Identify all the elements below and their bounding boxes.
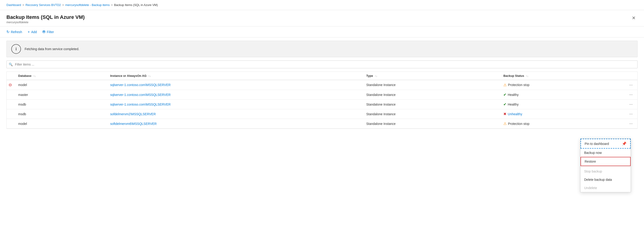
table-row: ⊖modelsqlserver-1.contoso.com\MSSQLSERVE… [7, 80, 637, 90]
status-icon: ✔ [503, 92, 506, 97]
cell-database: msdb [15, 100, 107, 109]
cell-type: Standalone Instance [363, 119, 500, 129]
add-label: Add [31, 30, 37, 34]
table-row: msdbsqlserver-1.contoso.com\MSSQLSERVERS… [7, 100, 637, 109]
filter-icon: ⛃ [42, 30, 45, 34]
instance-link[interactable]: sofdelmervm2\MSSQLSERVER [110, 112, 156, 116]
breadcrumb-sep-2: > [62, 3, 64, 7]
sort-status-icon[interactable]: ↑↓ [526, 74, 528, 77]
cell-actions[interactable]: ··· [625, 109, 637, 119]
menu-item-label: Stop backup [584, 170, 602, 173]
close-button[interactable]: ✕ [630, 14, 638, 22]
status-unhealthy-link[interactable]: Unhealthy [508, 112, 522, 116]
context-menu-divider [580, 167, 631, 167]
table-row: modelsoftdelmervm6\MSSQLSERVERStandalone… [7, 119, 637, 129]
cell-type: Standalone Instance [363, 109, 500, 119]
breadcrumb-current: Backup Items (SQL in Azure VM) [114, 3, 158, 7]
cell-status: ✔Healthy [500, 100, 625, 109]
add-icon: + [28, 30, 30, 34]
cell-database: model [15, 80, 107, 90]
toolbar: ↻ Refresh + Add ⛃ Filter [0, 26, 644, 37]
cell-database: msdb [15, 109, 107, 119]
row-ellipsis-button[interactable]: ··· [628, 82, 634, 88]
context-menu-item-backup-now[interactable]: Backup now [580, 149, 631, 157]
cell-database: master [15, 90, 107, 100]
info-icon: i [11, 44, 21, 54]
add-button[interactable]: + Add [28, 29, 37, 35]
instance-link[interactable]: sqlserver-1.contoso.com\MSSQLSERVER [110, 93, 171, 97]
context-menu-item-undelete: Undelete [580, 184, 631, 192]
search-wrapper: 🔍 [6, 60, 638, 68]
context-menu-item-restore[interactable]: Restore [580, 157, 631, 166]
table-row: msdbsofdelmervm2\MSSQLSERVERStandalone I… [7, 109, 637, 119]
cell-instance[interactable]: sqlserver-1.contoso.com\MSSQLSERVER [107, 80, 363, 90]
breadcrumb-dashboard[interactable]: Dashboard [6, 3, 21, 7]
refresh-label: Refresh [11, 30, 22, 34]
breadcrumb-backup-items[interactable]: mercurysoftdelete - Backup items [65, 3, 110, 7]
instance-link[interactable]: sqlserver-1.contoso.com\MSSQLSERVER [110, 83, 171, 87]
context-menu-item-delete-backup-data[interactable]: Delete backup data [580, 176, 631, 184]
status-icon: ⚠ [503, 83, 506, 87]
instance-link[interactable]: softdelmervm6\MSSQLSERVER [110, 122, 157, 126]
table-container: Database ↑↓ Instance or AlwaysOn AG ↑↓ T… [6, 71, 638, 129]
row-ellipsis-button[interactable]: ··· [628, 121, 634, 126]
search-icon: 🔍 [9, 63, 13, 66]
cell-instance[interactable]: sofdelmervm2\MSSQLSERVER [107, 109, 363, 119]
sort-instance-icon[interactable]: ↑↓ [148, 74, 151, 77]
row-ellipsis-button[interactable]: ··· [628, 92, 634, 97]
breadcrumb-sep-1: > [22, 3, 24, 7]
status-cell: ✖Unhealthy [503, 112, 622, 116]
menu-item-label: Delete backup data [584, 178, 612, 182]
context-menu-item-pin-to-dashboard[interactable]: Pin to dashboard📌 [580, 139, 631, 149]
breadcrumb-recovery[interactable]: Recovery Services BVTD2 [26, 3, 61, 7]
col-status: Backup Status ↑↓ [500, 72, 625, 80]
row-ellipsis-button[interactable]: ··· [628, 111, 634, 117]
cell-actions[interactable]: ··· [625, 80, 637, 90]
menu-item-label: Restore [584, 160, 596, 163]
cell-database: model [15, 119, 107, 129]
breadcrumb-sep-3: > [111, 3, 112, 7]
col-type: Type ↑↓ [363, 72, 500, 80]
context-menu-item-stop-backup: Stop backup [580, 167, 631, 176]
row-ellipsis-button[interactable]: ··· [628, 101, 634, 107]
backup-items-table: Database ↑↓ Instance or AlwaysOn AG ↑↓ T… [7, 72, 637, 129]
header-bar: Backup Items (SQL in Azure VM) mercuryso… [0, 10, 644, 26]
sort-type-icon[interactable]: ↑↓ [375, 74, 377, 77]
cell-type: Standalone Instance [363, 90, 500, 100]
status-icon: ✖ [503, 112, 506, 116]
table-header-row: Database ↑↓ Instance or AlwaysOn AG ↑↓ T… [7, 72, 637, 80]
cell-instance[interactable]: sqlserver-1.contoso.com\MSSQLSERVER [107, 100, 363, 109]
cell-actions[interactable]: ··· [625, 100, 637, 109]
cell-type: Standalone Instance [363, 80, 500, 90]
context-menu: Pin to dashboard📌Backup nowRestoreStop b… [580, 138, 631, 192]
refresh-icon: ↻ [6, 30, 10, 34]
cell-status: ✔Healthy [500, 90, 625, 100]
col-database: Database ↑↓ [15, 72, 107, 80]
cell-type: Standalone Instance [363, 100, 500, 109]
menu-item-label: Pin to dashboard [584, 142, 609, 146]
menu-item-label: Undelete [584, 186, 597, 190]
cell-instance[interactable]: sqlserver-1.contoso.com\MSSQLSERVER [107, 90, 363, 100]
sort-database-icon[interactable]: ↑↓ [33, 74, 36, 77]
cell-status: ✖Unhealthy [500, 109, 625, 119]
row-status-icon-cell: ⊖ [7, 80, 15, 90]
header-title: Backup Items (SQL in Azure VM) mercuryso… [6, 14, 85, 24]
page-subtitle: mercurysoftdelete [6, 21, 85, 24]
search-input[interactable] [6, 60, 638, 68]
table-row: mastersqlserver-1.contoso.com\MSSQLSERVE… [7, 90, 637, 100]
refresh-button[interactable]: ↻ Refresh [6, 29, 22, 35]
status-cell: ✔Healthy [503, 92, 622, 97]
info-message: Fetching data from service completed. [25, 47, 79, 51]
status-icon: ⚠ [503, 121, 506, 126]
col-icon [7, 72, 15, 80]
cell-actions[interactable]: ··· [625, 90, 637, 100]
filter-label: Filter [47, 30, 54, 34]
col-actions [625, 72, 637, 80]
instance-link[interactable]: sqlserver-1.contoso.com\MSSQLSERVER [110, 103, 171, 106]
row-status-icon-cell [7, 109, 15, 119]
cell-actions[interactable]: ··· [625, 119, 637, 129]
cell-instance[interactable]: softdelmervm6\MSSQLSERVER [107, 119, 363, 129]
status-cell: ⚠Protection stop [503, 121, 622, 126]
filter-button[interactable]: ⛃ Filter [42, 29, 54, 35]
page-title: Backup Items (SQL in Azure VM) [6, 14, 85, 20]
